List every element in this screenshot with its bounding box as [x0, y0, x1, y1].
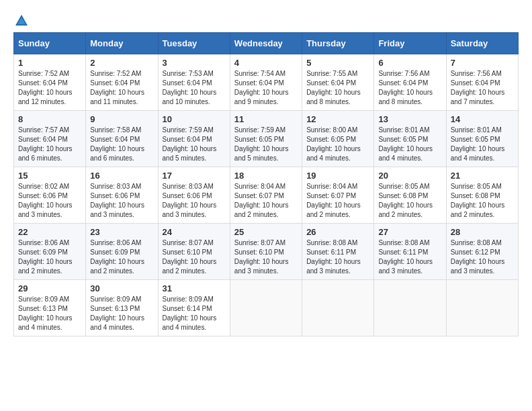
day-info: Sunrise: 8:09 AMSunset: 6:14 PMDaylight:… [163, 295, 226, 332]
day-number: 19 [306, 171, 369, 181]
day-info: Sunrise: 7:54 AMSunset: 6:04 PMDaylight:… [234, 69, 298, 107]
calendar-cell: 14 Sunrise: 8:01 AMSunset: 6:05 PMDaylig… [446, 111, 518, 167]
day-number: 30 [90, 283, 153, 293]
calendar-cell: 13 Sunrise: 8:01 AMSunset: 6:05 PMDaylig… [374, 111, 446, 167]
calendar-cell: 16 Sunrise: 8:03 AMSunset: 6:06 PMDaylig… [86, 167, 158, 224]
day-number: 7 [451, 58, 514, 68]
calendar-table: SundayMondayTuesdayWednesdayThursdayFrid… [13, 32, 519, 336]
day-number: 12 [306, 114, 369, 124]
day-number: 26 [306, 227, 369, 237]
calendar-cell: 22 Sunrise: 8:06 AMSunset: 6:09 PMDaylig… [14, 224, 86, 280]
calendar-cell: 12 Sunrise: 8:00 AMSunset: 6:05 PMDaylig… [302, 111, 374, 167]
calendar-cell: 31 Sunrise: 8:09 AMSunset: 6:14 PMDaylig… [158, 280, 230, 336]
day-number: 25 [234, 227, 298, 237]
calendar-cell: 28 Sunrise: 8:08 AMSunset: 6:12 PMDaylig… [446, 224, 518, 280]
day-number: 14 [451, 114, 514, 124]
calendar-cell: 11 Sunrise: 7:59 AMSunset: 6:05 PMDaylig… [230, 111, 302, 167]
weekday-header-wednesday: Wednesday [230, 33, 302, 54]
calendar-cell [230, 280, 302, 336]
calendar-cell: 18 Sunrise: 8:04 AMSunset: 6:07 PMDaylig… [230, 167, 302, 224]
calendar-cell: 9 Sunrise: 7:58 AMSunset: 6:04 PMDayligh… [86, 111, 158, 167]
calendar-week-4: 22 Sunrise: 8:06 AMSunset: 6:09 PMDaylig… [14, 224, 519, 280]
day-number: 3 [163, 58, 226, 68]
calendar-cell: 7 Sunrise: 7:56 AMSunset: 6:04 PMDayligh… [446, 54, 518, 111]
day-number: 17 [163, 171, 226, 181]
calendar-cell: 17 Sunrise: 8:03 AMSunset: 6:06 PMDaylig… [158, 167, 230, 224]
day-info: Sunrise: 8:06 AMSunset: 6:09 PMDaylight:… [18, 238, 81, 276]
weekday-header-friday: Friday [374, 33, 446, 54]
day-number: 31 [163, 283, 226, 293]
day-info: Sunrise: 7:57 AMSunset: 6:04 PMDaylight:… [18, 126, 81, 163]
day-info: Sunrise: 8:05 AMSunset: 6:08 PMDaylight:… [378, 182, 441, 220]
calendar-cell [446, 280, 518, 336]
calendar-week-1: 1 Sunrise: 7:52 AMSunset: 6:04 PMDayligh… [14, 54, 519, 111]
day-number: 6 [378, 58, 441, 68]
day-info: Sunrise: 8:08 AMSunset: 6:11 PMDaylight:… [306, 238, 369, 276]
calendar-week-5: 29 Sunrise: 8:09 AMSunset: 6:13 PMDaylig… [14, 280, 519, 336]
day-info: Sunrise: 8:03 AMSunset: 6:06 PMDaylight:… [90, 182, 153, 220]
day-number: 21 [451, 171, 514, 181]
day-number: 18 [234, 171, 298, 181]
day-info: Sunrise: 8:08 AMSunset: 6:12 PMDaylight:… [451, 238, 514, 276]
day-number: 29 [18, 283, 81, 293]
day-info: Sunrise: 8:03 AMSunset: 6:06 PMDaylight:… [163, 182, 226, 220]
day-info: Sunrise: 7:52 AMSunset: 6:04 PMDaylight:… [18, 69, 81, 107]
day-number: 13 [378, 114, 441, 124]
day-number: 22 [18, 227, 81, 237]
day-number: 24 [163, 227, 226, 237]
day-info: Sunrise: 8:09 AMSunset: 6:13 PMDaylight:… [90, 295, 153, 332]
calendar-cell: 24 Sunrise: 8:07 AMSunset: 6:10 PMDaylig… [158, 224, 230, 280]
calendar-cell: 5 Sunrise: 7:55 AMSunset: 6:04 PMDayligh… [302, 54, 374, 111]
logo [13, 13, 30, 26]
day-info: Sunrise: 8:02 AMSunset: 6:06 PMDaylight:… [18, 182, 81, 220]
calendar-cell [302, 280, 374, 336]
day-info: Sunrise: 8:04 AMSunset: 6:07 PMDaylight:… [234, 182, 298, 220]
calendar-cell: 3 Sunrise: 7:53 AMSunset: 6:04 PMDayligh… [158, 54, 230, 111]
day-info: Sunrise: 8:04 AMSunset: 6:07 PMDaylight:… [306, 182, 369, 220]
calendar-cell: 19 Sunrise: 8:04 AMSunset: 6:07 PMDaylig… [302, 167, 374, 224]
day-number: 28 [451, 227, 514, 237]
day-info: Sunrise: 7:58 AMSunset: 6:04 PMDaylight:… [90, 126, 153, 163]
day-number: 11 [234, 114, 298, 124]
day-info: Sunrise: 8:09 AMSunset: 6:13 PMDaylight:… [18, 295, 81, 332]
weekday-header-thursday: Thursday [302, 33, 374, 54]
calendar-cell: 20 Sunrise: 8:05 AMSunset: 6:08 PMDaylig… [374, 167, 446, 224]
calendar-cell: 25 Sunrise: 8:07 AMSunset: 6:10 PMDaylig… [230, 224, 302, 280]
calendar-cell: 6 Sunrise: 7:56 AMSunset: 6:04 PMDayligh… [374, 54, 446, 111]
day-info: Sunrise: 8:00 AMSunset: 6:05 PMDaylight:… [306, 126, 369, 163]
day-number: 9 [90, 114, 153, 124]
day-number: 10 [163, 114, 226, 124]
day-info: Sunrise: 7:53 AMSunset: 6:04 PMDaylight:… [163, 69, 226, 107]
day-info: Sunrise: 8:07 AMSunset: 6:10 PMDaylight:… [163, 238, 226, 276]
day-number: 23 [90, 227, 153, 237]
day-info: Sunrise: 7:59 AMSunset: 6:04 PMDaylight:… [163, 126, 226, 163]
day-info: Sunrise: 7:56 AMSunset: 6:04 PMDaylight:… [378, 69, 441, 107]
day-number: 2 [90, 58, 153, 68]
weekday-header-saturday: Saturday [446, 33, 518, 54]
day-number: 27 [378, 227, 441, 237]
day-number: 5 [306, 58, 369, 68]
day-info: Sunrise: 8:08 AMSunset: 6:11 PMDaylight:… [378, 238, 441, 276]
logo-icon [14, 13, 29, 28]
calendar-body: 1 Sunrise: 7:52 AMSunset: 6:04 PMDayligh… [14, 54, 519, 336]
calendar-week-3: 15 Sunrise: 8:02 AMSunset: 6:06 PMDaylig… [14, 167, 519, 224]
calendar-week-2: 8 Sunrise: 7:57 AMSunset: 6:04 PMDayligh… [14, 111, 519, 167]
calendar-cell: 29 Sunrise: 8:09 AMSunset: 6:13 PMDaylig… [14, 280, 86, 336]
day-number: 8 [18, 114, 81, 124]
calendar-cell: 2 Sunrise: 7:52 AMSunset: 6:04 PMDayligh… [86, 54, 158, 111]
day-number: 15 [18, 171, 81, 181]
calendar-cell: 8 Sunrise: 7:57 AMSunset: 6:04 PMDayligh… [14, 111, 86, 167]
calendar-cell: 21 Sunrise: 8:05 AMSunset: 6:08 PMDaylig… [446, 167, 518, 224]
calendar-cell: 10 Sunrise: 7:59 AMSunset: 6:04 PMDaylig… [158, 111, 230, 167]
calendar-cell: 30 Sunrise: 8:09 AMSunset: 6:13 PMDaylig… [86, 280, 158, 336]
calendar-cell: 23 Sunrise: 8:06 AMSunset: 6:09 PMDaylig… [86, 224, 158, 280]
weekday-header-tuesday: Tuesday [158, 33, 230, 54]
day-number: 20 [378, 171, 441, 181]
calendar-cell [374, 280, 446, 336]
day-info: Sunrise: 8:06 AMSunset: 6:09 PMDaylight:… [90, 238, 153, 276]
day-info: Sunrise: 8:05 AMSunset: 6:08 PMDaylight:… [451, 182, 514, 220]
day-info: Sunrise: 8:01 AMSunset: 6:05 PMDaylight:… [378, 126, 441, 163]
weekday-header-sunday: Sunday [14, 33, 86, 54]
day-number: 1 [18, 58, 81, 68]
calendar-cell: 1 Sunrise: 7:52 AMSunset: 6:04 PMDayligh… [14, 54, 86, 111]
